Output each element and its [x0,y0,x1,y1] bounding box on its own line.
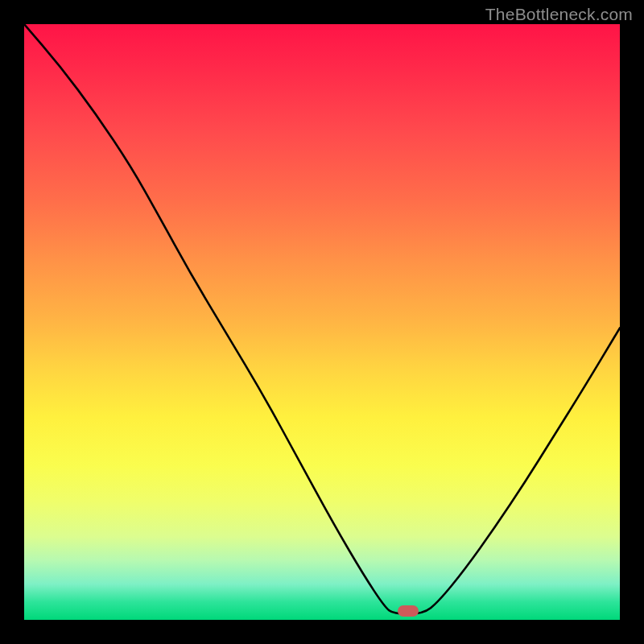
plot-area [24,24,620,620]
chart-stage: TheBottleneck.com [0,0,644,644]
optimal-point-marker [398,605,419,617]
watermark-text: TheBottleneck.com [485,5,633,24]
bottleneck-curve-svg [24,24,620,620]
bottleneck-curve [24,24,620,614]
